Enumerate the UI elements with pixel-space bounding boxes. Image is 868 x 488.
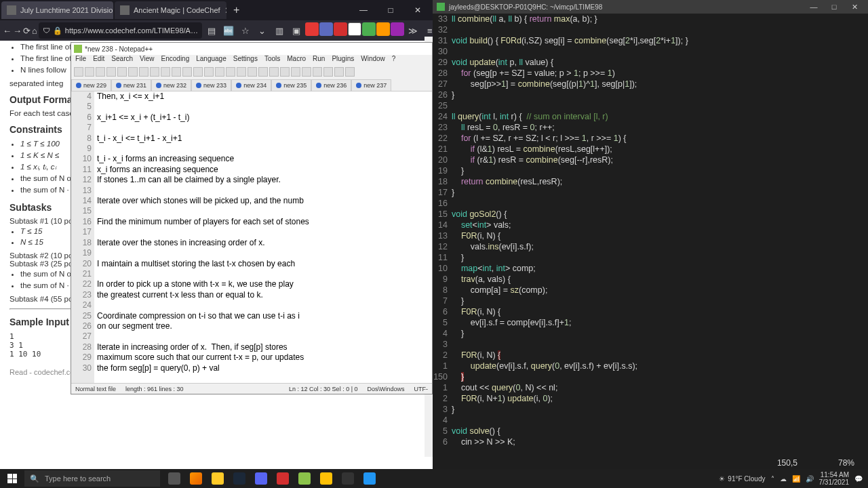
ext-icon[interactable]: [334, 22, 347, 36]
ext-icon[interactable]: [348, 22, 361, 36]
wifi-icon[interactable]: 📶: [792, 475, 800, 483]
npp-tab[interactable]: new 234: [231, 79, 271, 91]
notepadpp-icon[interactable]: [294, 469, 315, 488]
maximize-button[interactable]: □: [825, 1, 844, 13]
npp-tab[interactable]: new 231: [111, 79, 151, 91]
toolbar-icon[interactable]: [96, 67, 105, 77]
toolbar-icon[interactable]: [106, 67, 116, 77]
discord-icon[interactable]: [251, 469, 271, 488]
toolbar-icon[interactable]: [258, 67, 268, 77]
ext-icon[interactable]: [362, 22, 376, 36]
toolbar-icon[interactable]: [334, 67, 344, 77]
npp-tab[interactable]: new 235: [271, 79, 311, 91]
pocket-icon[interactable]: ⌄: [254, 22, 271, 39]
taskbar-search[interactable]: 🔍Type here to search: [24, 470, 160, 487]
menu-run[interactable]: Run: [313, 55, 325, 66]
toolbar-icon[interactable]: [182, 67, 192, 77]
library-icon[interactable]: ▥: [271, 22, 288, 39]
app-icon[interactable]: [273, 469, 293, 488]
toolbar-icon[interactable]: [193, 67, 203, 77]
code-area[interactable]: Then, x_i <= x_i+1 x_i+1 <= x_i + (t_i+1…: [94, 92, 432, 383]
npp-editor[interactable]: 4567891011121314151617181920212223242526…: [71, 92, 432, 383]
npp-title-bar[interactable]: *new 238 - Notepad++: [71, 43, 432, 55]
toolbar-icon[interactable]: [85, 67, 94, 77]
cloud-icon[interactable]: ☁: [780, 475, 787, 483]
new-tab-button[interactable]: +: [228, 4, 245, 16]
toolbar-icon[interactable]: [215, 67, 224, 77]
zoom-icon[interactable]: [359, 469, 380, 488]
minimize-button[interactable]: —: [350, 1, 377, 19]
ext-icon[interactable]: [376, 22, 390, 36]
translate-icon[interactable]: 🔤: [220, 22, 237, 39]
weather-widget[interactable]: ☀91°F Cloudy: [719, 475, 765, 483]
menu-language[interactable]: Language: [196, 55, 226, 66]
start-button[interactable]: [0, 469, 24, 488]
menu-settings[interactable]: Settings: [233, 55, 258, 66]
close-button[interactable]: ✕: [845, 1, 864, 13]
menu-file[interactable]: File: [75, 55, 86, 66]
bookmark-icon[interactable]: ☆: [237, 22, 254, 39]
menu-macro[interactable]: Macro: [287, 55, 306, 66]
chevron-up-icon[interactable]: ˄: [771, 475, 774, 483]
toolbar-icon[interactable]: [302, 67, 311, 77]
npp-tab[interactable]: new 233: [191, 79, 231, 91]
sidebar-icon[interactable]: ▣: [288, 22, 304, 39]
browser-tab-1[interactable]: July Lunchtime 2021 Division 1 ·✕: [1, 1, 113, 19]
npp-tab[interactable]: new 229: [71, 79, 111, 91]
firefox-icon[interactable]: [186, 469, 206, 488]
toolbar-icon[interactable]: [150, 67, 159, 77]
ext-icon[interactable]: [319, 22, 333, 36]
code-area[interactable]: ll combine(ll a, ll b) { return max(a, b…: [452, 14, 868, 457]
volume-icon[interactable]: 🔊: [806, 475, 814, 483]
toolbar-icon[interactable]: [313, 67, 322, 77]
app-icon[interactable]: [316, 469, 336, 488]
npp-tab[interactable]: new 237: [351, 79, 391, 91]
explorer-icon[interactable]: [208, 469, 228, 488]
toolbar-icon[interactable]: [291, 67, 300, 77]
toolbar-icon[interactable]: [172, 67, 181, 77]
toolbar-icon[interactable]: [139, 67, 149, 77]
back-button[interactable]: ←: [3, 22, 12, 39]
clock[interactable]: 11:54 AM7/31/2021: [819, 471, 850, 486]
toolbar-icon[interactable]: [345, 67, 355, 77]
menu-view[interactable]: View: [140, 55, 155, 66]
task-view-icon[interactable]: [164, 469, 184, 488]
menu-window[interactable]: Window: [361, 55, 385, 66]
menu-tools[interactable]: Tools: [264, 55, 280, 66]
toolbar-icon[interactable]: [237, 67, 246, 77]
forward-button[interactable]: →: [13, 22, 22, 39]
toolbar-icon[interactable]: [226, 67, 235, 77]
terminal-title-bar[interactable]: jayleeds@DESKTOP-P01Q9HC: ~/vimcp/LTIME9…: [433, 0, 868, 14]
menu-search[interactable]: Search: [111, 55, 133, 66]
menu-edit[interactable]: Edit: [93, 55, 104, 66]
toolbar-icon[interactable]: [74, 67, 83, 77]
browser-tab-2[interactable]: Ancient Magic | CodeChef✕: [115, 1, 226, 19]
notifications-icon[interactable]: 💬: [854, 475, 863, 483]
ext-icon[interactable]: [305, 22, 319, 36]
toolbar-icon[interactable]: [161, 67, 170, 77]
reload-button[interactable]: ⟳: [23, 22, 31, 39]
vim-editor[interactable]: 3332313029282726252423222120191817161514…: [433, 14, 868, 457]
menu-encoding[interactable]: Encoding: [161, 55, 190, 66]
close-button[interactable]: ✕: [404, 1, 431, 19]
steam-icon[interactable]: [229, 469, 250, 488]
toolbar-icon[interactable]: [248, 67, 257, 77]
home-button[interactable]: ⌂: [32, 22, 37, 39]
toolbar-icon[interactable]: [128, 67, 138, 77]
minimize-button[interactable]: —: [804, 1, 823, 13]
toolbar-icon[interactable]: [323, 67, 333, 77]
toolbar-icon[interactable]: [204, 67, 214, 77]
terminal-icon[interactable]: [338, 469, 358, 488]
maximize-button[interactable]: □: [377, 1, 404, 19]
reader-icon[interactable]: ▤: [203, 22, 220, 39]
menu-plugins[interactable]: Plugins: [332, 55, 354, 66]
menu-?[interactable]: ?: [392, 55, 396, 66]
menu-icon[interactable]: ≫: [405, 22, 421, 39]
toolbar-icon[interactable]: [280, 67, 290, 77]
npp-tab[interactable]: new 236: [311, 79, 351, 91]
ext-icon[interactable]: [391, 22, 404, 36]
toolbar-icon[interactable]: [117, 67, 127, 77]
toolbar-icon[interactable]: [269, 67, 279, 77]
npp-tab[interactable]: new 232: [151, 79, 191, 91]
url-input[interactable]: 🛡🔒https://www.codechef.com/LTIME98/A…: [39, 22, 202, 39]
